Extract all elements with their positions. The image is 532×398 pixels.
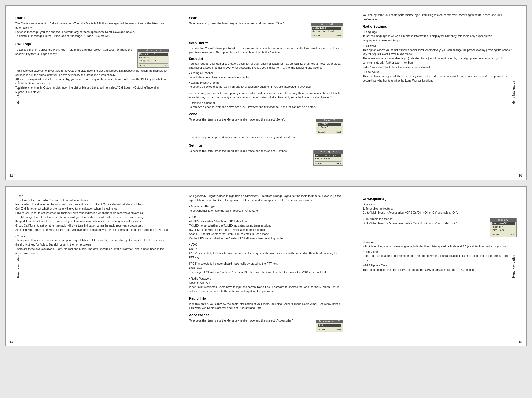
- page-number-15: 15: [10, 173, 13, 177]
- lcd-call-logs-row-1: Incoming (0): [139, 56, 168, 59]
- section-gps: GPS(Optional) Operation: 1. To enable th…: [363, 197, 517, 215]
- tx-power-item: • Tx Power This option allows you to set…: [363, 44, 517, 69]
- call-logs-body: To access this item, press the Menu key …: [15, 48, 132, 68]
- section-settings: Settings To access this item, press the …: [189, 143, 343, 167]
- lone-worker-item: • Lone Worker This function can trigger …: [363, 70, 517, 83]
- zone-body2: This radio supports up to 64 zones. You …: [189, 135, 343, 140]
- scan-list-body: You can request your dealer to create a …: [189, 62, 343, 70]
- call-logs-body2: This radio can save up to 10 entries in …: [15, 69, 169, 94]
- section-scrambler: • Scrambler /Encrypt To set whether to e…: [189, 205, 343, 213]
- lcd-zone-row-1: ○ Zone2: [318, 126, 341, 129]
- lcd-scan-back: Back: [336, 35, 341, 37]
- heading-call-logs: Call Logs: [15, 42, 169, 46]
- heading-drafts: Drafts: [15, 16, 169, 20]
- section-radio-info: Radio Info With this option, you can vie…: [189, 296, 343, 311]
- lcd-settings: Settings 1/2 Radio Settings Radio Info S…: [313, 150, 343, 166]
- page-17-right-18-left: And generally, "Tight" is used in high n…: [179, 187, 353, 346]
- lcd-gps: GPS 1/3 GPS On/Off Position Time Zone Se…: [490, 218, 517, 237]
- lcd-scan-row-0: View/Edit: [312, 27, 341, 30]
- lcd-zone-back: Back: [336, 131, 341, 133]
- scan-body: To access scan, press the Menu key on ho…: [189, 21, 306, 26]
- lcd-accessories: Accessories 1/1 GPS Select Back: [316, 320, 343, 332]
- priority-channel-cont: on a channel, you can set it as a priori…: [189, 91, 343, 100]
- page-17: Menu Navigation • Tone To set tones for …: [6, 187, 179, 346]
- section-gps-position: • Position With this option, you can vie…: [363, 240, 517, 272]
- section-squelch: • Squelch This option allows you to sele…: [15, 234, 169, 255]
- heading-scan-onoff: Scan On/Off: [189, 41, 343, 45]
- settings-body: To access this item, press the Menu key …: [189, 149, 309, 153]
- scan-editing-priority: • Editing Priority ChannelTo set the sel…: [189, 81, 343, 89]
- menu-nav-label-17: Menu Navigation: [17, 254, 20, 278]
- gps-disable-body: 2. To disable the feature: Go to "Main M…: [363, 217, 485, 226]
- drafts-body: The Drafts can save up to 10 draft messa…: [15, 21, 169, 38]
- zone-body: To access this item, press the Menu key …: [189, 118, 312, 122]
- lcd-accessories-buttons: Select Back: [318, 328, 341, 331]
- lcd-scan-title: Scan 1/3: [311, 23, 343, 26]
- section-scan-onoff: Scan On/Off The function "Scan" allows y…: [189, 41, 343, 55]
- section-radio-settings: Radio Settings • Language To set the lan…: [363, 24, 517, 83]
- lcd-gps-row-1: Position: [492, 225, 515, 229]
- section-call-logs: Call Logs To access this item, press the…: [15, 42, 169, 95]
- radio-info-body: With this option, you can view the basic…: [189, 302, 343, 311]
- lcd-scan-buttons: Select Back: [312, 34, 341, 37]
- section-vox: • VOX On/Off If "On" is selected, it all…: [189, 243, 343, 260]
- section-zone: Zone To access this item, press the Menu…: [189, 112, 343, 141]
- menu-nav-label-15: Menu Navigation: [17, 81, 20, 104]
- section-scan-list: Scan List You can request your dealer to…: [189, 57, 343, 89]
- section-squelch-cont: And generally, "Tight" is used in high n…: [189, 194, 343, 203]
- lcd-accessories-title: Accessories 1/1: [316, 320, 343, 323]
- section-tone: • Tone To set tones for your radio. You …: [15, 194, 169, 232]
- page-15-right-16-left: Scan To access scan, press the Menu key …: [179, 6, 353, 180]
- lcd-call-logs-buttons: Select Back: [139, 63, 168, 67]
- section-accessories: Accessories To access this item, press t…: [189, 313, 343, 333]
- section-radio-optimize: You can optimize your radio performance …: [363, 13, 517, 22]
- page-number-18: 18: [519, 340, 522, 344]
- heading-radio-info: Radio Info: [189, 296, 343, 300]
- section-radio-password: • Radio Password Options: Off / On When …: [189, 277, 343, 294]
- position-item: • Position With this option, you can vie…: [363, 240, 517, 249]
- section-led: • LED All LEDs: to enable /disable all L…: [189, 215, 343, 241]
- heading-zone: Zone: [189, 112, 343, 116]
- menu-nav-label-18: Menu Navigation: [512, 254, 515, 278]
- led-bullet: • LED All LEDs: to enable /disable all L…: [189, 215, 343, 241]
- lcd-gps-title: GPS 1/3: [490, 218, 516, 222]
- lcd-zone-row-0: ○ Zone1: [318, 123, 341, 126]
- lcd-scan: Scan 1/3 View/Edit Set Active List Selec…: [311, 23, 343, 38]
- lcd-zone-select: Select: [318, 131, 326, 133]
- squelch-cont-body: And generally, "Tight" is used in high n…: [189, 194, 343, 203]
- lcd-zone-title: Zone 1/2: [316, 119, 343, 122]
- lcd-zone: Zone 1/2 ○ Zone1 ○ Zone2 Select Back: [316, 119, 343, 134]
- page-spread-15-16: Menu Navigation Drafts The Drafts can sa…: [5, 5, 527, 180]
- lcd-back-btn: Back: [162, 64, 168, 67]
- lcd-settings-buttons: Select Back: [315, 161, 341, 165]
- lcd-gps-row-2: Time Zone: [492, 229, 515, 232]
- scan-onoff-body: The function "Scan" allows you to listen…: [189, 46, 343, 55]
- lcd-gps-select: Select: [492, 233, 499, 236]
- section-drafts: Drafts The Drafts can save up to 10 draf…: [15, 16, 169, 39]
- page-16: Menu Navigation You can optimize your ra…: [353, 6, 526, 180]
- scrambler-bullet: • Scrambler /Encrypt To set whether to e…: [189, 205, 343, 213]
- lcd-accessories-back: Back: [336, 328, 341, 331]
- vox-bullet: • VOX On/Off If "On" is selected, it all…: [189, 243, 343, 260]
- heading-scan-list: Scan List: [189, 57, 343, 61]
- timezone-item: • Time Zone Users can select a desired t…: [363, 250, 517, 262]
- accessories-body: To access this item, press the Menu key …: [189, 319, 312, 323]
- lcd-settings-row-1: Radio Info: [315, 157, 341, 160]
- page-18: Menu Navigation GPS(Optional) Operation:…: [353, 187, 526, 346]
- page-number-16: 16: [519, 173, 522, 177]
- deleting-channel: • Deleting a ChannelTo remove a channel …: [189, 101, 343, 109]
- section-gps-disable: 2. To disable the feature: Go to "Main M…: [363, 217, 517, 238]
- menu-nav-label-16: Menu Navigation: [512, 81, 515, 104]
- lcd-call-logs-row-2: Outgoing (0): [139, 59, 168, 63]
- radio-password-bullet: • Radio Password Options: Off / On When …: [189, 277, 343, 294]
- lcd-settings-select: Select: [315, 162, 323, 165]
- lcd-gps-back: Back: [510, 233, 515, 236]
- section-vox-cont: If "Off" is selected, the user should ma…: [189, 262, 343, 274]
- language-item: • Language To set the language in which …: [363, 30, 517, 43]
- heading-settings: Settings: [189, 143, 343, 147]
- lcd-call-logs: Call Logs 1/3 Missed (0) Incoming (0) Ou…: [137, 49, 169, 68]
- lcd-scan-select: Select: [312, 35, 320, 37]
- gps-update-item: • GPS Update Time This option defines th…: [363, 264, 517, 272]
- document-container: Menu Navigation Drafts The Drafts can sa…: [0, 0, 532, 355]
- lcd-gps-buttons: Select Back: [492, 233, 515, 236]
